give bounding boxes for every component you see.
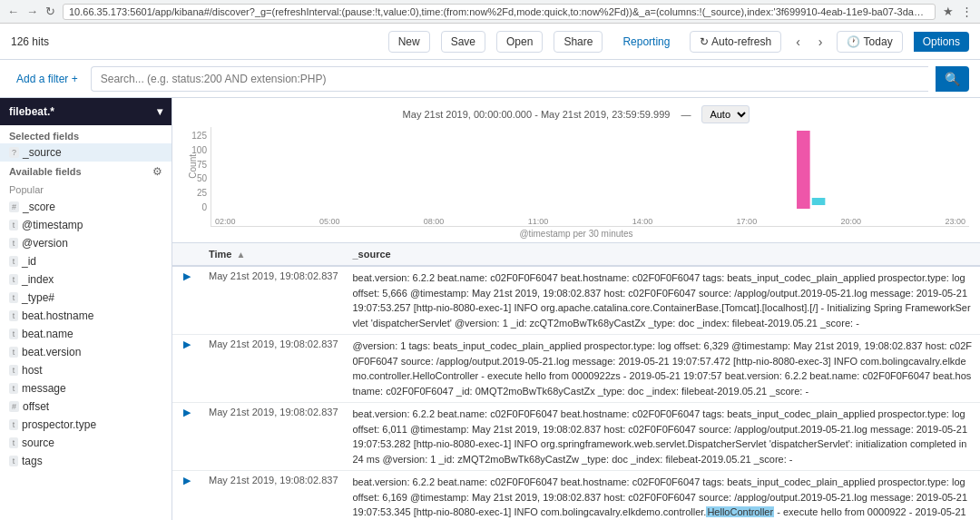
source-cell: beat.version: 6.2.2 beat.name: c02F0F0F6… <box>346 471 981 521</box>
field-name: beat.name <box>22 328 74 340</box>
results-table: Time ▲ _source ▶ May 21st 2019, 19:08:02… <box>172 243 980 520</box>
sidebar: filebeat.* ▾ Selected fields ? _source A… <box>0 98 172 520</box>
new-button[interactable]: New <box>388 31 430 53</box>
field-name: _source <box>23 146 62 159</box>
x-label-2000: 20:00 <box>841 217 862 226</box>
expand-button[interactable]: ▶ <box>180 270 194 282</box>
source-label: _source <box>353 249 391 260</box>
search-input[interactable] <box>91 66 928 92</box>
field-name: host <box>22 364 43 377</box>
chart-container: 125 100 75 50 25 0 Count <box>183 127 969 227</box>
selected-field-source[interactable]: ? _source <box>0 143 172 162</box>
y-label-125: 125 <box>183 131 207 141</box>
sidebar-field-offset[interactable]: # offset <box>0 397 172 416</box>
field-name: beat.version <box>22 346 81 358</box>
source-text-0: beat.version: 6.2.2 beat.name: c02F0F0F6… <box>353 272 971 329</box>
field-name: @version <box>22 237 68 250</box>
expand-button[interactable]: ▶ <box>180 407 194 418</box>
field-name: offset <box>23 400 49 413</box>
sidebar-field-timestamp[interactable]: t @timestamp <box>0 216 172 234</box>
expand-button[interactable]: ▶ <box>180 475 194 486</box>
forward-icon[interactable]: → <box>26 5 38 18</box>
table-header: Time ▲ _source <box>172 243 980 266</box>
menu-icon[interactable]: ⋮ <box>961 5 973 18</box>
field-name: prospector.type <box>22 418 96 431</box>
table-body: ▶ May 21st 2019, 19:08:02.837 beat.versi… <box>172 266 980 520</box>
field-name: tags <box>22 455 43 467</box>
next-button[interactable]: › <box>815 31 827 53</box>
y-label-25: 25 <box>183 188 207 198</box>
x-label-0800: 08:00 <box>424 217 445 226</box>
field-name: source <box>22 437 54 449</box>
open-button[interactable]: Open <box>496 31 543 53</box>
chart-bars <box>211 127 969 209</box>
expand-column <box>172 243 201 266</box>
field-name: _id <box>22 255 36 268</box>
x-label-1400: 14:00 <box>632 217 653 226</box>
today-button[interactable]: 🕐 Today <box>837 31 902 53</box>
sidebar-field-beat-name[interactable]: t beat.name <box>0 325 172 343</box>
sidebar-field-beat-hostname[interactable]: t beat.hostname <box>0 307 172 325</box>
url-text[interactable]: 10.66.35.173:5601/app/kibana#/discover?_… <box>63 4 936 20</box>
x-label-1100: 11:00 <box>528 217 549 226</box>
hits-count: 126 hits <box>11 35 49 48</box>
sidebar-field-prospector-type[interactable]: t prospector.type <box>0 416 172 434</box>
reporting-button[interactable]: Reporting <box>613 32 679 52</box>
source-text-1: @version: 1 tags: beats_input_codec_plai… <box>353 340 973 397</box>
share-button[interactable]: Share <box>554 31 603 53</box>
available-fields-header: Available fields ⚙ <box>0 162 172 182</box>
star-icon[interactable]: ★ <box>943 5 954 18</box>
source-cell: beat.version: 6.2.2 beat.name: c02F0F0F6… <box>346 266 981 335</box>
sidebar-field-source[interactable]: t source <box>0 434 172 452</box>
field-type-badge: ? <box>9 147 19 158</box>
sidebar-field-tags[interactable]: t tags <box>0 452 172 470</box>
gear-icon[interactable]: ⚙ <box>152 165 162 178</box>
time-cell: May 21st 2019, 19:08:02.837 <box>201 403 346 471</box>
selected-fields-label: Selected fields <box>0 125 172 143</box>
source-column-header[interactable]: _source <box>346 243 981 266</box>
table-area: Time ▲ _source ▶ May 21st 2019, 19:08:02… <box>172 243 980 520</box>
sidebar-field-beat-version[interactable]: t beat.version <box>0 343 172 361</box>
save-button[interactable]: Save <box>441 31 485 53</box>
field-name: @timestamp <box>22 219 83 231</box>
reload-icon[interactable]: ↻ <box>45 5 55 18</box>
field-name: beat.hostname <box>22 309 93 322</box>
prev-button[interactable]: ‹ <box>792 31 804 53</box>
x-label-1700: 17:00 <box>737 217 758 226</box>
index-pattern-label: filebeat.* <box>9 105 54 118</box>
field-name: _index <box>22 273 54 286</box>
interval-select[interactable]: Auto <box>701 105 750 123</box>
x-label-2300: 23:00 <box>945 217 965 226</box>
back-icon[interactable]: ← <box>7 5 19 18</box>
search-button[interactable]: 🔍 <box>936 66 969 92</box>
table-row: ▶ May 21st 2019, 19:08:02.837 beat.versi… <box>172 266 980 335</box>
main-layout: filebeat.* ▾ Selected fields ? _source A… <box>0 98 980 520</box>
sidebar-field-version[interactable]: t @version <box>0 234 172 252</box>
sidebar-field-type[interactable]: t _type# <box>0 289 172 307</box>
kibana-nav: 126 hits New Save Open Share Reporting ↻… <box>0 24 980 60</box>
field-name: _type# <box>22 291 54 304</box>
source-text-2: beat.version: 6.2.2 beat.name: c02F0F0F6… <box>353 408 968 465</box>
expand-button[interactable]: ▶ <box>180 338 194 350</box>
sidebar-field-message[interactable]: t message <box>0 379 172 397</box>
sidebar-field-host[interactable]: t host <box>0 361 172 379</box>
chevron-down-icon[interactable]: ▾ <box>157 105 162 118</box>
source-cell: beat.version: 6.2.2 beat.name: c02F0F0F6… <box>346 403 981 471</box>
auto-refresh-button[interactable]: ↻ Auto-refresh <box>690 31 781 53</box>
time-cell: May 21st 2019, 19:08:02.837 <box>201 471 346 521</box>
svg-rect-0 <box>797 131 810 209</box>
add-filter-button[interactable]: Add a filter + <box>11 69 83 89</box>
popular-label: Popular <box>0 182 172 198</box>
url-bar: ← → ↻ 10.66.35.173:5601/app/kibana#/disc… <box>0 0 980 24</box>
field-name: message <box>22 382 66 395</box>
time-column-header[interactable]: Time ▲ <box>201 243 346 266</box>
sidebar-field-index[interactable]: t _index <box>0 270 172 289</box>
chart-area: May 21st 2019, 00:00:00.000 - May 21st 2… <box>172 98 980 243</box>
time-cell: May 21st 2019, 19:08:02.837 <box>201 335 346 403</box>
sidebar-field-score[interactable]: # _score <box>0 198 172 216</box>
time-cell: May 21st 2019, 19:08:02.837 <box>201 266 346 335</box>
sidebar-index-pattern[interactable]: filebeat.* ▾ <box>0 98 172 125</box>
sidebar-field-id[interactable]: t _id <box>0 252 172 270</box>
calendar-icon: 🕐 <box>847 35 860 48</box>
options-button[interactable]: Options <box>914 32 969 52</box>
